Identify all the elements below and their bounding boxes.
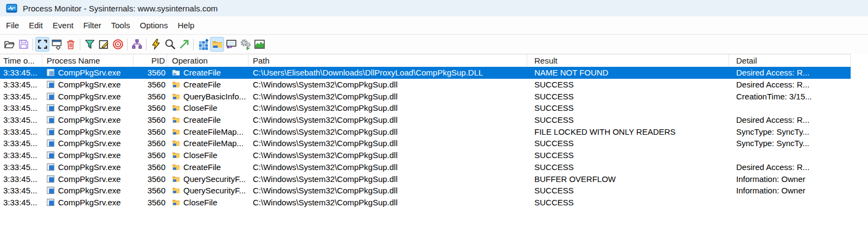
- target-icon: [112, 38, 124, 51]
- menu-item-options[interactable]: Options: [135, 18, 173, 33]
- time-cell: 3:33:45...: [0, 137, 42, 149]
- clear-button[interactable]: [63, 37, 78, 52]
- process-app-icon: [47, 186, 55, 194]
- time-cell: 3:33:45...: [0, 90, 42, 102]
- pid-cell: 3560: [133, 137, 167, 149]
- show-registry-activity-button[interactable]: [196, 37, 210, 52]
- result-cell: SUCCESS: [527, 185, 729, 197]
- open-folder-icon: [3, 38, 16, 51]
- result-cell: SUCCESS: [527, 90, 729, 102]
- filter-button[interactable]: [82, 37, 97, 52]
- menu-item-filter[interactable]: Filter: [78, 18, 106, 33]
- event-row[interactable]: 3:33:45...CompPkgSrv.exe3560CreateFileC:…: [0, 79, 851, 91]
- path-cell: C:\Windows\System32\CompPkgSup.dll: [248, 102, 527, 114]
- network-monitor-icon: [225, 38, 238, 51]
- column-header-detail[interactable]: Detail: [729, 54, 851, 67]
- operation-name: CreateFile: [183, 68, 221, 77]
- detail-cell: Desired Access: R...: [729, 161, 851, 173]
- event-row[interactable]: 3:33:45...CompPkgSrv.exe3560CreateFileC:…: [0, 161, 851, 173]
- path-cell: C:\Windows\System32\CompPkgSup.dll: [248, 114, 527, 126]
- show-network-activity-button[interactable]: [224, 37, 238, 52]
- menu-item-help[interactable]: Help: [173, 18, 199, 33]
- operation-name: CloseFile: [183, 198, 218, 207]
- column-header-result[interactable]: Result: [527, 54, 729, 67]
- highlight-button[interactable]: [97, 37, 111, 52]
- process-name: CompPkgSrv.exe: [58, 103, 121, 112]
- column-header-process[interactable]: Process Name: [42, 54, 133, 67]
- column-header-operation[interactable]: Operation: [167, 54, 248, 67]
- operation-name: CreateFileMap...: [183, 139, 244, 148]
- operation-cell: CloseFile: [167, 149, 248, 161]
- jump-to-button[interactable]: [177, 37, 191, 52]
- open-log-button[interactable]: [2, 37, 16, 52]
- column-header-path[interactable]: Path: [248, 54, 527, 67]
- boot-logging-button[interactable]: [149, 37, 163, 52]
- menu-item-edit[interactable]: Edit: [24, 18, 48, 33]
- event-rows: 3:33:45...CompPkgSrv.exe3560CreateFileC:…: [0, 67, 868, 208]
- path-cell: C:\Windows\System32\CompPkgSup.dll: [248, 125, 527, 137]
- show-profiling-events-button[interactable]: [252, 37, 266, 52]
- time-cell: 3:33:45...: [0, 173, 42, 185]
- event-row[interactable]: 3:33:45...CompPkgSrv.exe3560CloseFileC:\…: [0, 102, 851, 114]
- column-header-time[interactable]: Time o...: [0, 54, 42, 67]
- process-app-icon: [47, 175, 55, 183]
- process-tree-button[interactable]: [130, 37, 144, 52]
- pid-cell: 3560: [133, 79, 167, 91]
- capture-button[interactable]: [35, 37, 49, 52]
- operation-cell: CreateFile: [167, 114, 248, 126]
- event-row[interactable]: 3:33:45...CompPkgSrv.exe3560CreateFileMa…: [0, 125, 851, 137]
- toolbar-separator: [193, 39, 194, 51]
- event-row[interactable]: 3:33:45...CompPkgSrv.exe3560CreateFileMa…: [0, 137, 851, 149]
- process-cell: CompPkgSrv.exe: [42, 185, 133, 197]
- event-row[interactable]: 3:33:45...CompPkgSrv.exe3560CreateFileC:…: [0, 114, 851, 126]
- operation-name: CreateFileMap...: [183, 127, 244, 136]
- file-operation-folder-icon: [172, 116, 180, 124]
- process-app-icon: [47, 139, 55, 147]
- event-row[interactable]: 3:33:45...CompPkgSrv.exe3560QuerySecurit…: [0, 185, 851, 197]
- path-cell: C:\Windows\System32\CompPkgSup.dll: [248, 137, 527, 149]
- save-button[interactable]: [16, 37, 30, 52]
- process-cell: CompPkgSrv.exe: [42, 67, 133, 79]
- path-cell: C:\Users\Elisebath\Downloads\DllProxyLoa…: [248, 67, 527, 79]
- chart-frame-icon: [253, 38, 266, 51]
- show-process-activity-button[interactable]: [238, 37, 252, 52]
- process-app-icon: [47, 116, 55, 124]
- process-app-icon: [47, 163, 55, 171]
- column-header-pid[interactable]: PID: [133, 54, 167, 67]
- operation-cell: QueryBasicInfo...: [167, 90, 248, 102]
- event-row[interactable]: 3:33:45...CompPkgSrv.exe3560CloseFileC:\…: [0, 149, 851, 161]
- process-app-icon: [47, 198, 55, 206]
- event-row[interactable]: 3:33:45...CompPkgSrv.exe3560QuerySecurit…: [0, 173, 851, 185]
- time-cell: 3:33:45...: [0, 197, 42, 209]
- show-file-system-activity-button[interactable]: [210, 37, 224, 52]
- pid-cell: 3560: [133, 173, 167, 185]
- operation-cell: QuerySecurityF...: [167, 173, 248, 185]
- toolbar-separator: [33, 39, 33, 51]
- event-row[interactable]: 3:33:45...CompPkgSrv.exe3560CloseFileC:\…: [0, 197, 851, 209]
- operation-name: QuerySecurityF...: [183, 174, 246, 184]
- process-name: CompPkgSrv.exe: [58, 139, 121, 148]
- menu-item-tools[interactable]: Tools: [106, 18, 135, 33]
- operation-cell: CreateFile: [167, 161, 248, 173]
- path-cell: C:\Windows\System32\CompPkgSup.dll: [248, 79, 527, 91]
- include-process-button[interactable]: [111, 37, 125, 52]
- gears-icon: [239, 38, 252, 51]
- detail-cell: SyncType: SyncTy...: [729, 125, 851, 137]
- process-name: CompPkgSrv.exe: [58, 186, 121, 195]
- detail-cell: [729, 102, 851, 114]
- process-app-icon: [47, 68, 55, 77]
- event-row[interactable]: 3:33:45...CompPkgSrv.exe3560QueryBasicIn…: [0, 90, 851, 102]
- autoscroll-button[interactable]: [49, 37, 63, 52]
- operation-cell: CreateFile: [167, 67, 248, 79]
- operation-cell: CloseFile: [167, 197, 248, 209]
- find-button[interactable]: [163, 37, 177, 52]
- process-name: CompPkgSrv.exe: [58, 80, 121, 89]
- process-app-icon: [47, 104, 55, 112]
- menu-item-file[interactable]: File: [1, 18, 24, 33]
- time-cell: 3:33:45...: [0, 79, 42, 91]
- menu-item-event[interactable]: Event: [48, 18, 78, 33]
- event-row[interactable]: 3:33:45...CompPkgSrv.exe3560CreateFileC:…: [0, 67, 851, 79]
- detail-cell: Information: Owner: [729, 185, 851, 197]
- process-cell: CompPkgSrv.exe: [42, 137, 133, 149]
- file-operation-folder-icon: [172, 151, 180, 159]
